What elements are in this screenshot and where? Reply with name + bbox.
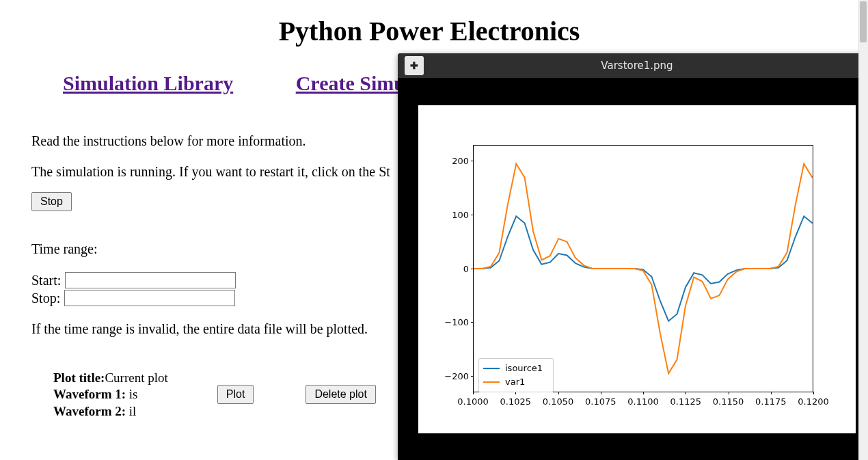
legend-swatch [483,381,500,383]
x-tick-label: 0.1025 [500,396,532,407]
y-tick-label: −200 [428,370,469,381]
scrollbar[interactable] [858,0,868,460]
x-tick-label: 0.1125 [670,396,702,407]
x-ticks: 0.10000.10250.10500.10750.11000.11250.11… [473,395,813,409]
waveform1-label: Waveform 1: [53,387,129,401]
x-tick-label: 0.1175 [755,396,787,407]
legend-label: isource1 [505,363,543,373]
legend-item-isource1: isource1 [483,362,549,375]
plot-image: −200−1000100200 0.10000.10250.10500.1075… [418,105,856,433]
page-title: Python Power Electronics [31,15,827,47]
nav-link-simulation-library[interactable]: Simulation Library [63,72,233,94]
start-input[interactable] [65,272,236,288]
viewer-title: Varstore1.png [601,59,673,72]
y-tick-label: 0 [428,263,469,273]
waveform1-value: is [129,387,138,401]
y-tick-label: 200 [428,156,469,166]
plot-title-label: Plot title: [53,370,105,385]
y-tick-label: −100 [428,317,469,327]
stop-input[interactable] [64,290,235,306]
y-tick-label: 100 [428,209,469,219]
scroll-thumb[interactable] [860,1,867,42]
viewer-body: −200−1000100200 0.10000.10250.10500.1075… [398,78,868,460]
series-var1 [474,163,812,373]
nav-link-create-simulation[interactable]: Create Simu [296,72,405,94]
plot-info: Plot title:Current plot Waveform 1: is W… [53,370,168,420]
delete-plot-button[interactable]: Delete plot [306,385,376,404]
viewer-menu-button[interactable]: ✚ [405,56,424,75]
chart-lines [474,146,813,392]
chart-legend: isource1var1 [478,358,554,392]
x-tick-label: 0.1075 [585,396,616,407]
stop-label: Stop: [31,290,60,306]
legend-label: var1 [505,377,525,387]
start-label: Start: [31,273,61,288]
legend-item-var1: var1 [483,375,549,389]
viewer-window[interactable]: ✚ Varstore1.png −200−1000100200 0.10000.… [398,53,868,460]
plus-icon: ✚ [410,60,418,71]
legend-swatch [483,368,500,369]
x-tick-label: 0.1050 [543,396,574,407]
x-tick-label: 0.1150 [713,396,744,407]
x-tick-label: 0.1200 [798,396,829,407]
plot-title-value: Current plot [105,370,167,385]
plot-button[interactable]: Plot [217,385,254,404]
y-ticks: −200−1000100200 [426,145,470,392]
waveform2-label: Waveform 2: [53,404,129,418]
viewer-titlebar[interactable]: ✚ Varstore1.png [398,53,868,78]
x-tick-label: 0.1100 [627,396,659,407]
x-tick-label: 0.1000 [457,396,489,407]
chart-axes [473,145,813,392]
waveform2-value: il [129,404,137,418]
stop-button[interactable]: Stop [31,192,72,211]
